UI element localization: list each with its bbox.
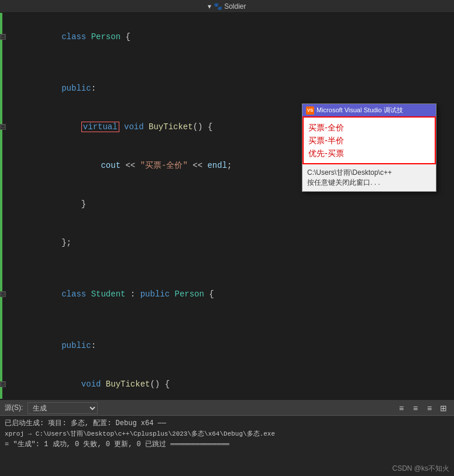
popup-footer: C:\Users\甘雨\Desktop\c++ 按任意键关闭此窗口. . . — [302, 164, 436, 191]
code-line-11: public: — [0, 326, 454, 365]
code-line-7: }; — [0, 223, 454, 262]
class-person: Person — [91, 32, 121, 42]
popup-footer-line-2: 按任意键关闭此窗口. . . — [307, 178, 431, 188]
code-line-1: □ class Person { — [0, 18, 454, 56]
string-1: "买票-全价" — [140, 161, 188, 170]
collapse-icon-4[interactable]: □ — [0, 381, 6, 387]
toolbar-icon-btn-2[interactable]: ≡ — [410, 402, 421, 414]
debug-output-popup: VS Microsoft Visual Studio 调试技 买票-全价 买票-… — [302, 104, 436, 192]
keyword-public-1: public — [61, 84, 91, 93]
popup-footer-line-1: C:\Users\甘雨\Desktop\c++ — [307, 168, 431, 178]
virtual-keyword: virtual — [81, 122, 119, 132]
bottom-toolbar: 源(S): 生成 ≡ ≡ ≡ ⊞ — [0, 401, 454, 416]
keyword-void-1: void — [124, 122, 149, 132]
popup-title-text: Microsoft Visual Studio 调试技 — [317, 106, 403, 115]
bottom-panel: 源(S): 生成 ≡ ≡ ≡ ⊞ 已启动生成: 项目: 多态, 配置: Debu… — [0, 400, 454, 476]
popup-line-3: 优先-买票 — [308, 147, 430, 160]
output-area: 已启动生成: 项目: 多态, 配置: Debug x64 —— xproj → … — [0, 416, 454, 452]
output-line-3: = "生成": 1 成功, 0 失败, 0 更新, 0 已跳过 ════════… — [5, 439, 449, 450]
toolbar-icon-btn-3[interactable]: ≡ — [424, 402, 435, 414]
toolbar-icon-btn-4[interactable]: ⊞ — [438, 402, 449, 414]
collapse-icon-1[interactable]: □ — [0, 34, 6, 40]
source-label: 源(S): — [5, 403, 23, 413]
code-line-12: □ void BuyTicket() { — [0, 365, 454, 399]
source-dropdown[interactable]: 生成 — [27, 402, 98, 414]
inherit-person-1: Person — [174, 289, 204, 299]
csdn-watermark: CSDN @ks不知火 — [392, 464, 449, 474]
keyword-public-2: public — [61, 341, 91, 350]
popup-content: 买票-全价 买票-半价 优先-买票 — [302, 116, 436, 164]
toolbar-icon-btn-1[interactable]: ≡ — [395, 402, 407, 414]
code-line-9: □ class Student : public Person { — [0, 275, 454, 313]
collapse-icon-3[interactable]: □ — [0, 291, 6, 297]
keyword-class-2: class — [61, 289, 91, 299]
title-text: ▾ 🐾 Soldier — [208, 2, 246, 11]
line-content-1: class Person { — [18, 18, 130, 56]
collapse-icon-2[interactable]: □ — [0, 124, 6, 130]
func-buyticket-2: BuyTicket — [106, 380, 150, 389]
code-line-3: public: — [0, 69, 454, 108]
popup-line-1: 买票-全价 — [308, 121, 430, 134]
code-container: □ class Person { public: □ virtual vo — [0, 13, 454, 399]
editor-area: □ class Person { public: □ virtual vo — [0, 13, 454, 399]
output-line-2: xproj → C:\Users\甘雨\Desktop\c++\Cplusplu… — [5, 429, 449, 439]
cout-1: cout — [101, 161, 121, 170]
class-student: Student — [91, 289, 126, 299]
popup-title-bar: VS Microsoft Visual Studio 调试技 — [302, 104, 436, 116]
title-bar: ▾ 🐾 Soldier — [0, 0, 454, 13]
code-line-10 — [0, 313, 454, 326]
func-buyticket-1: BuyTicket — [149, 122, 193, 132]
output-line-1: 已启动生成: 项目: 多态, 配置: Debug x64 —— — [5, 418, 449, 429]
keyword-void-2: void — [81, 380, 106, 389]
code-line-2 — [0, 56, 454, 69]
keyword-class: class — [61, 32, 91, 42]
code-line-8 — [0, 262, 454, 275]
vs-icon: VS — [306, 106, 314, 115]
popup-line-2: 买票-半价 — [308, 134, 430, 147]
toolbar-icons: ≡ ≡ ≡ ⊞ — [395, 402, 449, 414]
